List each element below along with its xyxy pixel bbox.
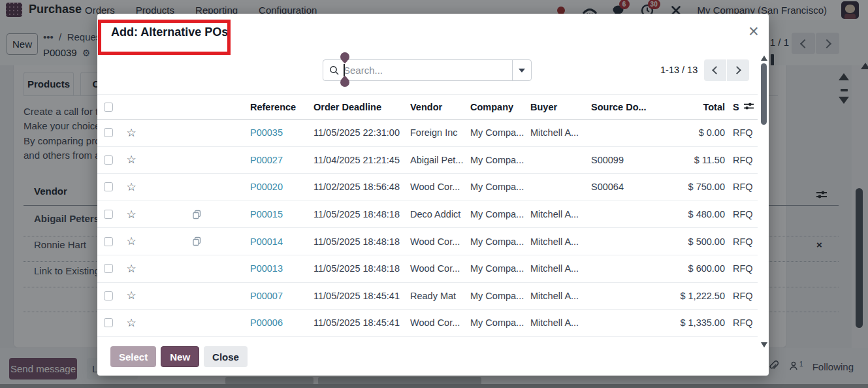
cell-company: My Compa...	[470, 317, 530, 328]
reference-link[interactable]: P00014	[250, 236, 283, 247]
close-button[interactable]: Close	[204, 346, 248, 367]
table-row[interactable]: ☆P0001411/05/2025 18:48:18Wood Cor...My …	[97, 228, 758, 255]
cell-status: RFQ	[725, 155, 758, 165]
cell-order-deadline: 11/05/2025 18:48:18	[312, 209, 410, 219]
row-checkbox[interactable]	[104, 291, 113, 300]
header-buyer[interactable]: Buyer	[530, 102, 590, 112]
row-checkbox-cell	[97, 182, 120, 191]
favorite-star-icon[interactable]: ☆	[120, 126, 143, 140]
select-button[interactable]: Select	[110, 346, 156, 367]
cell-order-deadline: 11/05/2025 18:45:41	[312, 291, 410, 301]
dialog-scrollbar-thumb[interactable]	[761, 63, 767, 125]
reference-link[interactable]: P00007	[250, 291, 283, 301]
favorite-star-icon[interactable]: ☆	[120, 234, 143, 248]
add-alternative-pos-dialog: Add: Alternative POs × 1-13 / 13 Referen…	[97, 14, 769, 376]
cell-company: My Compa...	[470, 236, 530, 247]
row-checkbox-cell	[97, 128, 120, 137]
cell-total: $ 600.00	[650, 263, 725, 274]
cell-total: $ 1,335.00	[650, 317, 725, 328]
cell-total: $ 480.00	[650, 209, 725, 219]
header-reference[interactable]: Reference	[207, 102, 312, 112]
dialog-pager-next-button[interactable]	[727, 59, 749, 81]
cell-source-document: S00099	[590, 155, 650, 165]
search-filter-toggle[interactable]	[513, 60, 531, 80]
scroll-up-arrow-icon[interactable]	[761, 56, 767, 61]
table-row[interactable]: ☆P0002011/02/2025 18:56:48Wood Cor...My …	[97, 174, 758, 201]
header-status[interactable]: S	[733, 102, 739, 112]
cell-status: RFQ	[725, 182, 758, 192]
dialog-pager: 1-13 / 13	[660, 65, 703, 75]
cell-company: My Compa...	[470, 263, 530, 274]
chevron-down-icon	[519, 69, 525, 73]
reference-link[interactable]: P00013	[250, 263, 283, 274]
cell-status: RFQ	[725, 263, 758, 274]
row-checkbox[interactable]	[104, 128, 113, 137]
favorite-star-icon[interactable]: ☆	[120, 316, 143, 330]
row-checkbox[interactable]	[104, 155, 113, 165]
table-row[interactable]: ☆P0002711/04/2025 21:21:45Abigail Pet...…	[97, 147, 758, 174]
dialog-pager-prev-button[interactable]	[704, 59, 726, 81]
reference-link[interactable]: P00020	[250, 182, 283, 192]
cell-status: RFQ	[725, 291, 758, 301]
table-row[interactable]: ☆P0001311/05/2025 18:48:18Wood Cor...My …	[97, 255, 758, 283]
search-box[interactable]	[323, 59, 532, 81]
row-checkbox[interactable]	[104, 210, 113, 219]
row-checkbox[interactable]	[104, 182, 113, 191]
cell-total: $ 1,222.50	[650, 291, 725, 301]
po-table: Reference Order Deadline Vendor Company …	[97, 94, 758, 337]
cell-status: RFQ	[725, 127, 758, 138]
optional-columns-icon[interactable]	[743, 101, 754, 113]
cell-reference: P00013	[207, 263, 312, 274]
cell-company: My Compa...	[470, 209, 530, 219]
row-checkbox-cell	[97, 318, 120, 327]
row-checkbox-cell	[97, 291, 120, 300]
header-vendor[interactable]: Vendor	[410, 102, 470, 112]
dialog-scrollbar[interactable]	[760, 56, 769, 348]
cell-company: My Compa...	[470, 291, 530, 301]
table-row[interactable]: ☆P0003511/05/2025 22:31:00Foreign IncMy …	[97, 120, 758, 147]
favorite-star-icon[interactable]: ☆	[120, 262, 143, 276]
header-order-deadline[interactable]: Order Deadline	[312, 102, 410, 112]
reference-link[interactable]: P00035	[250, 127, 283, 138]
header-total[interactable]: Total	[650, 102, 725, 112]
annotation-marker-top	[340, 52, 349, 61]
table-row[interactable]: ☆P0001511/05/2025 18:48:18Deco AddictMy …	[97, 201, 758, 229]
favorite-star-icon[interactable]: ☆	[120, 180, 143, 194]
cell-status: RFQ	[725, 236, 758, 247]
cell-reference: P00014	[207, 236, 312, 247]
cell-vendor: Ready Mat	[410, 291, 470, 301]
row-checkbox[interactable]	[104, 264, 113, 273]
table-row[interactable]: ☆P0000611/05/2025 18:45:41Wood Cor...My …	[97, 310, 758, 337]
favorite-star-icon[interactable]: ☆	[120, 208, 143, 221]
cell-vendor: Wood Cor...	[410, 263, 470, 274]
cell-total: $ 500.00	[650, 236, 725, 247]
cell-buyer: Mitchell A...	[530, 317, 590, 328]
header-company[interactable]: Company	[470, 102, 530, 112]
select-all-checkbox[interactable]	[104, 103, 113, 112]
close-icon[interactable]: ×	[744, 22, 764, 41]
cell-vendor: Deco Addict	[410, 209, 470, 219]
new-button[interactable]: New	[161, 346, 199, 367]
reference-link[interactable]: P00006	[250, 317, 283, 328]
favorite-star-icon[interactable]: ☆	[120, 153, 143, 167]
reference-link[interactable]: P00015	[250, 209, 283, 219]
cell-total: $ 0.00	[650, 127, 725, 138]
search-input[interactable]	[340, 65, 512, 76]
cell-total: $ 750.00	[650, 182, 725, 192]
cell-buyer: Mitchell A...	[530, 291, 590, 301]
table-row[interactable]: ☆P0000711/05/2025 18:45:41Ready MatMy Co…	[97, 283, 758, 310]
cell-order-deadline: 11/05/2025 18:48:18	[312, 263, 410, 274]
cell-order-deadline: 11/02/2025 18:56:48	[312, 182, 410, 192]
row-checkbox[interactable]	[104, 237, 113, 246]
search-icon	[329, 65, 340, 76]
cell-company: My Compa...	[470, 155, 530, 165]
row-checkbox[interactable]	[104, 318, 113, 327]
cell-vendor: Wood Cor...	[410, 317, 470, 328]
cell-reference: P00027	[207, 155, 312, 165]
favorite-star-icon[interactable]: ☆	[120, 289, 143, 302]
header-source-document[interactable]: Source Do...	[590, 102, 650, 112]
cell-buyer: Mitchell A...	[530, 127, 590, 138]
cell-status: RFQ	[725, 317, 758, 328]
reference-link[interactable]: P00027	[250, 155, 283, 165]
cell-company: My Compa...	[470, 127, 530, 138]
